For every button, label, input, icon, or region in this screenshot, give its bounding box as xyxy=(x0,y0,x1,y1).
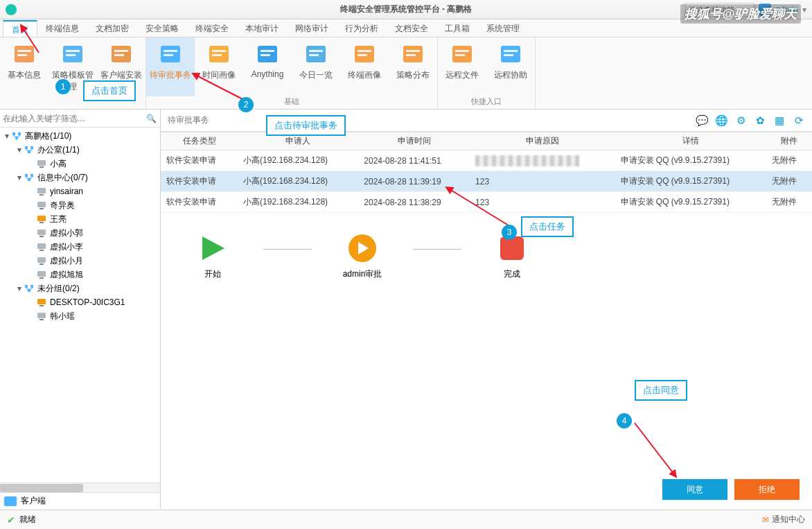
column-header[interactable]: 附件 xyxy=(766,132,812,150)
workflow-connector xyxy=(413,249,461,250)
table-cell: 无附件 xyxy=(766,171,812,192)
table-row[interactable]: 软件安装申请小高(192.168.234.128)2024-08-28 11:4… xyxy=(161,150,812,171)
table-row[interactable]: 软件安装申请小高(192.168.234.128)2024-08-28 11:3… xyxy=(161,192,812,213)
menu-item-7[interactable]: 行为分析 xyxy=(337,20,387,37)
column-header[interactable]: 申请原因 xyxy=(470,132,615,150)
tree-node[interactable]: ▾信息中心(0/7) xyxy=(0,171,160,184)
svg-rect-26 xyxy=(406,54,416,56)
menu-item-4[interactable]: 终端安全 xyxy=(187,20,237,37)
workflow-connector xyxy=(263,249,312,250)
menu-item-6[interactable]: 网络审计 xyxy=(287,20,337,37)
tree-node[interactable]: DESKTOP-J0IC3G1 xyxy=(0,295,160,309)
svg-rect-60 xyxy=(28,289,30,292)
ribbon-item[interactable]: 基本信息 xyxy=(0,37,48,96)
tree-node-label: 王亮 xyxy=(50,214,67,225)
watermark: 搜狐号@驴脸爱聊天 xyxy=(680,4,801,24)
table-cell: 申请安装 QQ (v9.9.15.27391) xyxy=(615,192,767,213)
tree-node[interactable]: 虚拟小郭 xyxy=(0,226,160,240)
org-tree[interactable]: ▾高鹏格(1/10)▾办公室(1/1)小高▾信息中心(0/7)yinsairan… xyxy=(0,128,160,483)
tree-scrollbar[interactable] xyxy=(0,483,160,492)
svg-rect-4 xyxy=(66,50,80,52)
menu-item-0[interactable]: 首页 xyxy=(3,20,37,37)
menu-item-8[interactable]: 文档安全 xyxy=(387,20,436,37)
expand-icon[interactable]: ▾ xyxy=(15,284,24,293)
svg-rect-10 xyxy=(164,50,177,52)
tree-node-label: 信息中心(0/7) xyxy=(37,172,88,184)
chat-icon[interactable]: 💬 xyxy=(696,114,708,127)
ribbon-item[interactable]: 时间画像 xyxy=(195,37,243,96)
main-header: 待审批事务 💬 🌐 ⚙ ✿ ▦ ⟳ xyxy=(161,110,812,132)
column-header[interactable]: 详情 xyxy=(615,132,767,150)
column-header[interactable]: 申请时间 xyxy=(358,132,470,150)
org-icon xyxy=(11,131,22,141)
ribbon-item[interactable]: 今日一览 xyxy=(292,37,340,96)
tree-node[interactable]: 奇异奥 xyxy=(0,198,160,212)
tree-node[interactable]: ▾高鹏格(1/10) xyxy=(0,129,160,143)
user-chevron-icon[interactable]: ▾ xyxy=(802,5,806,15)
svg-rect-51 xyxy=(39,236,44,237)
tree-node[interactable]: 虚拟旭旭 xyxy=(0,268,160,281)
table-cell xyxy=(470,150,615,171)
settings-icon[interactable]: ✿ xyxy=(754,114,766,127)
ribbon-item[interactable]: 待审批事务 xyxy=(146,37,195,96)
expand-icon[interactable]: ▾ xyxy=(3,131,11,141)
ribbon-item[interactable]: 远程协助 xyxy=(486,37,535,96)
svg-marker-65 xyxy=(202,236,224,260)
status-text: 就绪 xyxy=(19,514,36,526)
tree-node[interactable]: ▾未分组(0/2) xyxy=(0,281,160,295)
reject-button[interactable]: 拒绝 xyxy=(734,479,800,500)
globe-icon[interactable]: 🌐 xyxy=(715,114,727,127)
ribbon-icon xyxy=(255,42,280,67)
tree-node[interactable]: 虚拟小月 xyxy=(0,254,160,268)
grid-icon[interactable]: ▦ xyxy=(773,114,786,127)
menu-item-5[interactable]: 本地审计 xyxy=(237,20,287,37)
ribbon-item[interactable]: 终端画像 xyxy=(340,37,389,96)
tree-node[interactable]: ▾办公室(1/1) xyxy=(0,143,160,157)
tree-node[interactable]: yinsairan xyxy=(0,184,160,198)
menu-item-9[interactable]: 工具箱 xyxy=(436,20,478,37)
ribbon-icon xyxy=(450,42,475,67)
tree-node[interactable]: 王亮 xyxy=(0,212,160,226)
notify-label[interactable]: 通知中心 xyxy=(772,514,805,526)
menu-item-3[interactable]: 安全策略 xyxy=(137,20,187,37)
ribbon-item[interactable]: Anything xyxy=(243,37,292,96)
ribbon-item[interactable]: 远程文件 xyxy=(438,37,486,96)
menu-item-1[interactable]: 终端信息 xyxy=(37,20,87,37)
workflow-start: 开始 xyxy=(175,232,251,280)
tree-node[interactable]: 小高 xyxy=(0,157,160,171)
notify-icon[interactable]: ✉ xyxy=(762,515,769,525)
gear-icon[interactable]: ⚙ xyxy=(734,114,747,127)
tree-node-label: 高鹏格(1/10) xyxy=(25,130,71,142)
ribbon-icon xyxy=(206,42,231,67)
computer-icon xyxy=(36,311,47,321)
workflow-approve-label: admin审批 xyxy=(343,268,382,280)
table-cell: 2024-08-28 11:38:29 xyxy=(358,192,470,213)
table-row[interactable]: 软件安装申请小高(192.168.234.128)2024-08-28 11:3… xyxy=(161,171,812,192)
column-header[interactable]: 任务类型 xyxy=(161,132,238,150)
svg-rect-14 xyxy=(212,54,222,56)
svg-rect-44 xyxy=(37,188,46,193)
agree-button[interactable]: 同意 xyxy=(662,479,727,500)
app-icon xyxy=(6,4,17,15)
expand-icon[interactable]: ▾ xyxy=(15,145,24,155)
tree-node[interactable]: 韩小瑶 xyxy=(0,309,160,323)
svg-rect-46 xyxy=(37,202,46,207)
ribbon-label: 基本信息 xyxy=(8,69,41,81)
ribbon-icon xyxy=(303,42,328,67)
sidebar-footer[interactable]: 客户端 xyxy=(0,492,160,509)
tree-node[interactable]: 虚拟小李 xyxy=(0,240,160,254)
menu-item-2[interactable]: 文档加密 xyxy=(87,20,137,37)
table-cell: 2024-08-28 11:39:19 xyxy=(358,171,470,192)
tree-node-label: 韩小瑶 xyxy=(50,311,75,322)
tree-node-label: 虚拟小李 xyxy=(50,241,83,253)
refresh-icon[interactable]: ⟳ xyxy=(793,114,805,127)
main-panel: 待审批事务 💬 🌐 ⚙ ✿ ▦ ⟳ 任务类型申请人申请时间申请原因详情附件 软件… xyxy=(161,110,812,509)
svg-rect-36 xyxy=(25,146,28,149)
ribbon-group-label: 快捷入口 xyxy=(438,96,535,109)
expand-icon[interactable]: ▾ xyxy=(15,173,24,182)
tree-search-input[interactable] xyxy=(3,114,146,123)
search-icon[interactable]: 🔍 xyxy=(146,114,157,123)
ribbon-item[interactable]: 策略分布 xyxy=(389,37,437,96)
menu-item-10[interactable]: 系统管理 xyxy=(478,20,528,37)
svg-rect-59 xyxy=(30,285,33,288)
